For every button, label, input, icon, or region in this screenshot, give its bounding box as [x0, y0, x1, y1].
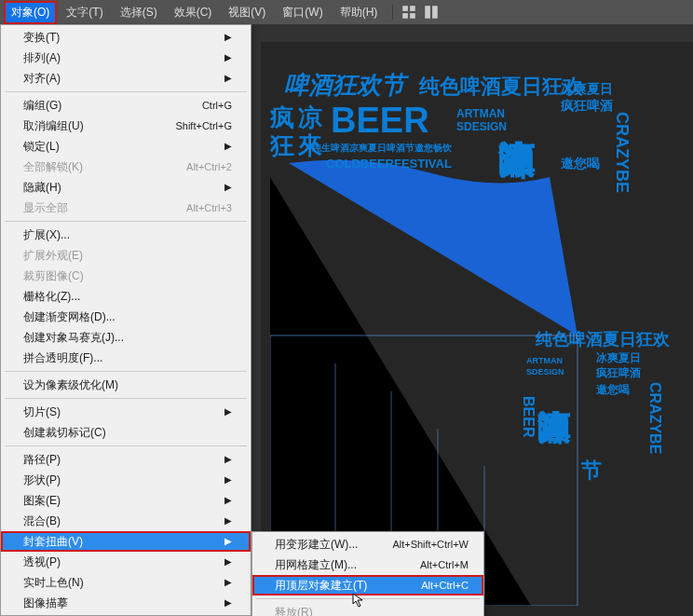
menu-pixel-perfect[interactable]: 设为像素级优化(M) — [1, 375, 251, 395]
artwork-small: 纯生啤酒凉爽夏日啤酒节邀您畅饮 — [311, 143, 453, 153]
submenu-release: 释放(R) — [252, 602, 483, 616]
menu-rasterize[interactable]: 栅格化(Z)... — [1, 286, 251, 307]
menu-hide[interactable]: 隐藏(H)▶ — [1, 177, 251, 198]
menu-expand-appearance: 扩展外观(E) — [1, 245, 251, 266]
menu-unlock-all: 全部解锁(K)Alt+Ctrl+2 — [1, 157, 251, 177]
svg-text:SDESIGN: SDESIGN — [526, 367, 564, 376]
menubar-divider — [392, 5, 393, 20]
cursor-icon — [352, 593, 367, 608]
menu-create-gradient-mesh[interactable]: 创建渐变网格(D)... — [1, 307, 251, 327]
menu-effect[interactable]: 效果(C) — [167, 1, 220, 24]
submenu-make-top-object[interactable]: 用顶层对象建立(T)Alt+Ctrl+C — [252, 575, 483, 595]
menu-slice[interactable]: 切片(S)▶ — [1, 402, 251, 422]
menu-envelope-distort[interactable]: 封套扭曲(V)▶ — [1, 531, 251, 552]
svg-text:疯狂啤酒: 疯狂啤酒 — [595, 366, 641, 379]
artwork-preview: 啤酒狂欢节 纯色啤酒夏日狂欢 BEER ARTMAN SDESIGN 纯生啤酒凉… — [270, 65, 689, 606]
svg-rect-0 — [403, 6, 409, 11]
menu-ungroup[interactable]: 取消编组(U)Shift+Ctrl+G — [1, 116, 251, 136]
menu-path[interactable]: 路径(P)▶ — [1, 449, 251, 470]
menu-create-mosaic[interactable]: 创建对象马赛克(J)... — [1, 327, 251, 348]
svg-text:CRAZYBE: CRAZYBE — [647, 382, 663, 455]
artwork-feng: 疯 — [270, 103, 294, 131]
artwork-artman: ARTMAN — [456, 107, 505, 120]
menu-blend[interactable]: 混合(B)▶ — [1, 511, 251, 531]
svg-rect-3 — [410, 13, 415, 19]
menu-sep — [5, 221, 247, 222]
svg-text:BEER: BEER — [521, 396, 537, 438]
svg-rect-2 — [403, 13, 409, 19]
artwork-crazy: CRAZYBE — [613, 112, 632, 193]
artwork-vertical: 冰爽啤酒 — [496, 141, 536, 180]
menu-pattern[interactable]: 图案(E)▶ — [1, 490, 251, 511]
artwork-lai: 來 — [297, 131, 322, 159]
menu-type[interactable]: 文字(T) — [59, 1, 110, 24]
artwork-beer: BEER — [331, 101, 429, 140]
artwork-side: 冰爽夏日 — [561, 81, 613, 96]
menu-window[interactable]: 窗口(W) — [275, 1, 330, 24]
menu-object[interactable]: 对象(O) — [4, 1, 57, 24]
artwork-stripe: COLDBEERFESTIVAL — [326, 157, 452, 171]
artwork-liang: 凉 — [298, 103, 322, 131]
menu-perspective[interactable]: 透视(P)▶ — [1, 552, 251, 572]
menu-align[interactable]: 对齐(A)▶ — [1, 68, 251, 89]
artwork-side3: 邀您喝 — [560, 156, 600, 171]
submenu-make-mesh[interactable]: 用网格建立(M)...Alt+Ctrl+M — [252, 554, 483, 575]
menu-select[interactable]: 选择(S) — [113, 1, 165, 24]
svg-rect-4 — [426, 6, 431, 19]
menu-sep — [5, 371, 247, 372]
svg-text:节: 节 — [581, 459, 603, 481]
artwork-sdesign: SDESIGN — [456, 120, 507, 133]
menu-shape[interactable]: 形状(P)▶ — [1, 470, 251, 490]
svg-text:ARTMAN: ARTMAN — [526, 356, 563, 365]
canvas[interactable]: 啤酒狂欢节 纯色啤酒夏日狂欢 BEER ARTMAN SDESIGN 纯生啤酒凉… — [261, 42, 693, 616]
submenu-sep — [256, 598, 480, 599]
menu-image-trace[interactable]: 图像描摹▶ — [1, 593, 251, 613]
menu-show-all: 显示全部Alt+Ctrl+3 — [1, 198, 251, 218]
artwork-subhead: 纯色啤酒夏日狂欢 — [418, 75, 584, 98]
menu-view[interactable]: 视图(V) — [221, 1, 273, 24]
menu-sep — [5, 445, 247, 446]
menu-help[interactable]: 帮助(H) — [333, 1, 386, 24]
menu-flatten-transparency[interactable]: 拼合透明度(F)... — [1, 348, 251, 368]
artwork-side2: 疯狂啤酒 — [560, 98, 613, 113]
menubar-icons — [401, 4, 440, 21]
submenu-make-warp[interactable]: 用变形建立(W)...Alt+Shift+Ctrl+W — [252, 534, 483, 554]
art2-sub: 纯色啤酒夏日狂欢 — [535, 330, 671, 349]
menu-sep — [5, 91, 247, 92]
svg-text:冰爽啤酒: 冰爽啤酒 — [537, 410, 572, 445]
menu-arrange[interactable]: 排列(A)▶ — [1, 48, 251, 68]
object-menu: 变换(T)▶ 排列(A)▶ 对齐(A)▶ 编组(G)Ctrl+G 取消编组(U)… — [0, 24, 251, 616]
menu-transform[interactable]: 变换(T)▶ — [1, 27, 251, 48]
artwork-headline: 啤酒狂欢节 — [284, 71, 410, 99]
grid-icon[interactable] — [401, 4, 417, 21]
menu-group[interactable]: 编组(G)Ctrl+G — [1, 95, 251, 116]
menu-live-paint[interactable]: 实时上色(N)▶ — [1, 572, 251, 593]
envelope-distort-submenu: 用变形建立(W)...Alt+Shift+Ctrl+W 用网格建立(M)...A… — [251, 531, 484, 616]
menu-crop-image: 裁剪图像(C) — [1, 266, 251, 286]
menubar: 对象(O) 文字(T) 选择(S) 效果(C) 视图(V) 窗口(W) 帮助(H… — [0, 0, 693, 24]
menu-expand[interactable]: 扩展(X)... — [1, 225, 251, 245]
artwork-kuang: 狂 — [270, 131, 294, 159]
column-icon[interactable] — [423, 4, 440, 21]
menu-crop-marks[interactable]: 创建裁切标记(C) — [1, 422, 251, 443]
svg-rect-5 — [432, 6, 438, 19]
svg-text:冰爽夏日: 冰爽夏日 — [596, 351, 641, 364]
menu-sep — [5, 398, 247, 399]
svg-text:邀您喝: 邀您喝 — [595, 383, 630, 396]
menu-lock[interactable]: 锁定(L)▶ — [1, 136, 251, 157]
svg-rect-1 — [410, 6, 415, 11]
